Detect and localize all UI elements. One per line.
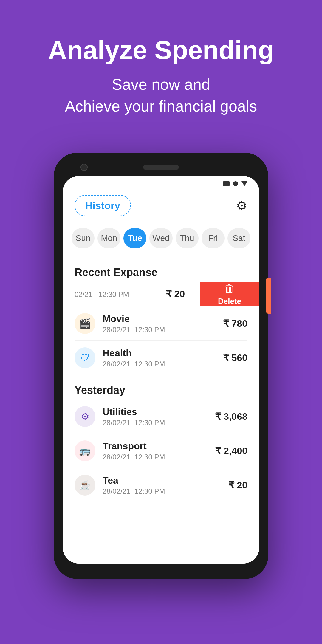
utilities-amount: ₹ 3,068	[215, 411, 247, 422]
tea-details: Tea 28/02/21 12:30 PM	[103, 475, 228, 496]
movie-name: Movie	[103, 313, 223, 324]
day-wed[interactable]: Wed	[149, 228, 172, 248]
battery-icon	[223, 181, 230, 186]
transport-details: Transport 28/02/21 12:30 PM	[103, 441, 215, 461]
day-fri[interactable]: Fri	[202, 228, 225, 248]
phone-speaker	[143, 165, 179, 170]
content-area: Recent Expanse 02/21 12:30 PM ₹ 20 🗑 Del…	[63, 257, 259, 564]
hero-section: Analyze Spending Save now and Achieve yo…	[0, 0, 322, 135]
tea-icon: ☕	[75, 475, 95, 496]
phone-screen: History ⚙ Sun Mon Tue Wed Thu Fri Sat Re…	[63, 176, 259, 564]
expense-movie: 🎬 Movie 28/02/21 12:30 PM ₹ 780	[63, 306, 259, 340]
side-accent	[266, 278, 271, 314]
signal-icon	[233, 181, 238, 186]
phone-top-bar	[63, 162, 259, 176]
app-header: History ⚙	[63, 189, 259, 222]
day-mon[interactable]: Mon	[97, 228, 120, 248]
movie-amount: ₹ 780	[223, 318, 247, 329]
transport-icon: 🚌	[75, 440, 95, 461]
phone-camera	[80, 164, 88, 171]
hero-subtitle: Save now and Achieve your financial goal…	[65, 74, 257, 117]
history-badge[interactable]: History	[75, 195, 131, 216]
health-icon: 🛡	[75, 347, 95, 368]
transport-amount: ₹ 2,400	[215, 445, 247, 456]
settings-icon[interactable]: ⚙	[236, 198, 247, 213]
tea-date: 28/02/21 12:30 PM	[103, 487, 228, 496]
day-sat[interactable]: Sat	[227, 228, 250, 248]
delete-icon: 🗑	[224, 282, 235, 295]
deleted-expense-item: 02/21 12:30 PM ₹ 20 🗑 Delete	[63, 282, 259, 306]
day-sun[interactable]: Sun	[72, 228, 95, 248]
health-name: Health	[103, 348, 223, 359]
deleted-item-amount: ₹ 20	[166, 288, 185, 300]
health-amount: ₹ 560	[223, 352, 247, 363]
tea-amount: ₹ 20	[228, 479, 247, 491]
phone-container: History ⚙ Sun Mon Tue Wed Thu Fri Sat Re…	[54, 153, 268, 579]
transport-name: Transport	[103, 441, 215, 452]
days-row: Sun Mon Tue Wed Thu Fri Sat	[63, 222, 259, 257]
transport-date: 28/02/21 12:30 PM	[103, 453, 215, 461]
history-label: History	[85, 200, 120, 211]
expense-utilities: ⚙ Utilities 28/02/21 12:30 PM ₹ 3,068	[63, 400, 259, 434]
utilities-name: Utilities	[103, 406, 215, 417]
movie-date: 28/02/21 12:30 PM	[103, 326, 223, 334]
phone-frame: History ⚙ Sun Mon Tue Wed Thu Fri Sat Re…	[54, 153, 268, 579]
expense-transport: 🚌 Transport 28/02/21 12:30 PM ₹ 2,400	[63, 434, 259, 468]
movie-details: Movie 28/02/21 12:30 PM	[103, 313, 223, 334]
day-thu[interactable]: Thu	[176, 228, 199, 248]
status-bar	[63, 176, 259, 189]
utilities-icon: ⚙	[75, 406, 95, 427]
movie-icon: 🎬	[75, 313, 95, 334]
deleted-item-date: 02/21 12:30 PM	[75, 290, 166, 299]
delete-button[interactable]: 🗑 Delete	[200, 282, 259, 306]
tea-name: Tea	[103, 475, 228, 486]
health-details: Health 28/02/21 12:30 PM	[103, 348, 223, 368]
utilities-date: 28/02/21 12:30 PM	[103, 419, 215, 427]
yesterday-section-title: Yesterday	[63, 375, 259, 400]
delete-label: Delete	[218, 297, 241, 306]
day-tue[interactable]: Tue	[123, 228, 146, 248]
utilities-details: Utilities 28/02/21 12:30 PM	[103, 406, 215, 427]
hero-title: Analyze Spending	[48, 36, 274, 65]
expense-tea: ☕ Tea 28/02/21 12:30 PM ₹ 20	[63, 468, 259, 502]
recent-section-title: Recent Expanse	[63, 257, 259, 282]
expense-health: 🛡 Health 28/02/21 12:30 PM ₹ 560	[63, 341, 259, 375]
wifi-icon	[242, 181, 247, 186]
health-date: 28/02/21 12:30 PM	[103, 360, 223, 368]
